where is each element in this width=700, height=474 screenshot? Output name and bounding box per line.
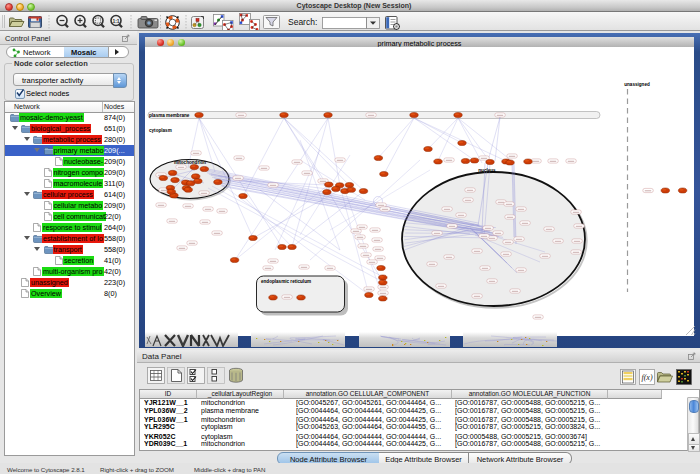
svg-text:mitochondrion: mitochondrion <box>174 160 206 165</box>
svg-text:unassigned: unassigned <box>624 82 650 87</box>
svg-text:nucleus: nucleus <box>478 168 496 173</box>
svg-text:plasma membrane: plasma membrane <box>149 113 190 118</box>
svg-text:1:1: 1:1 <box>112 18 119 24</box>
svg-text:endoplasmic reticulum: endoplasmic reticulum <box>261 279 311 284</box>
svg-text:f(x): f(x) <box>641 373 652 382</box>
svg-text:cytoplasm: cytoplasm <box>149 128 172 133</box>
svg-text:Search:: Search: <box>288 17 317 27</box>
